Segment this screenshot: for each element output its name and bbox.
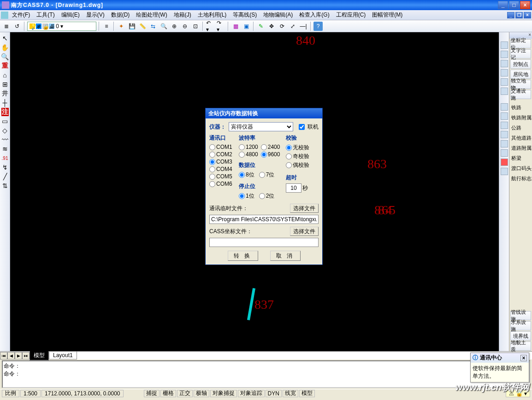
zoom-window-icon[interactable]: ⊕ <box>170 22 179 31</box>
undo-icon[interactable]: ↶ ▾ <box>206 22 215 31</box>
trim-icon[interactable]: —| <box>299 22 308 31</box>
rp-road[interactable]: 公路 <box>509 123 532 132</box>
properties-icon[interactable]: ≡ <box>102 22 111 31</box>
maximize-button[interactable]: □ <box>509 1 519 9</box>
layers-icon[interactable]: ≣ <box>2 22 11 31</box>
point-icon[interactable]: ✦ <box>117 22 126 31</box>
r-icon-8[interactable] <box>501 112 508 120</box>
menu-edit[interactable]: 编辑(E) <box>59 10 83 20</box>
arrow-icon[interactable]: ↖ <box>1 34 9 42</box>
edit1-icon[interactable]: ✎ <box>256 22 266 31</box>
radio-2400[interactable] <box>261 144 267 150</box>
rp-terrain[interactable]: 地貌土质 <box>510 341 531 351</box>
radio-9600[interactable] <box>261 152 267 158</box>
v9-icon[interactable]: ↯ <box>1 163 9 171</box>
menu-view[interactable]: 显示(V) <box>83 10 107 20</box>
toggle-osnap[interactable]: 对象捕捉 <box>210 390 237 397</box>
toggle-snap[interactable]: 捕捉 <box>144 390 160 397</box>
dialog-title[interactable]: 全站仪内存数据转换 <box>206 108 322 118</box>
rp-water[interactable]: 水系设施 <box>510 321 531 330</box>
r-icon-7[interactable] <box>501 103 508 111</box>
toggle-grid[interactable]: 栅格 <box>160 390 176 397</box>
menu-engineering[interactable]: 工程应用(C) <box>333 10 369 20</box>
rotate-icon[interactable]: ⟳ <box>278 22 287 31</box>
rp-text[interactable]: 文字注记 <box>510 49 531 59</box>
measure-icon[interactable]: 📏 <box>138 22 147 31</box>
rp-ferry[interactable]: 渡口码头 <box>509 164 532 173</box>
status-scale[interactable]: 1:500 <box>20 390 41 397</box>
zoom-realtime-icon[interactable]: 🔍 <box>159 22 168 31</box>
scale-icon[interactable]: ⤢ <box>288 22 297 31</box>
radio-com5[interactable] <box>209 174 215 180</box>
layer-prev-icon[interactable]: ↺ <box>12 22 22 31</box>
r-icon-x[interactable] <box>501 159 508 166</box>
hand-icon[interactable]: ✋ <box>1 43 9 52</box>
radio-8bit[interactable] <box>239 172 245 178</box>
radio-7bit[interactable] <box>259 172 265 178</box>
close-button[interactable]: × <box>520 1 530 9</box>
radio-com6[interactable] <box>209 181 215 187</box>
menu-check[interactable]: 检查入库(G) <box>296 10 332 20</box>
r-icon-2[interactable] <box>501 51 508 58</box>
zhu-icon[interactable]: 注 <box>1 108 9 116</box>
mdi-minimize-button[interactable]: _ <box>507 12 514 18</box>
tab-nav-prev[interactable]: ◀ <box>7 352 15 359</box>
r-icon-5[interactable] <box>501 78 508 86</box>
toggle-lwt[interactable]: 线宽 <box>283 390 298 397</box>
toggle-dyn[interactable]: DYN <box>266 390 282 397</box>
radio-com1[interactable] <box>209 144 215 150</box>
r-icon-10[interactable] <box>501 131 508 138</box>
v2-icon[interactable]: ⊞ <box>1 80 9 88</box>
v10-icon[interactable]: ╱ <box>1 172 9 181</box>
layer-combo[interactable]: 💡❄🔒🖶 0 ▾ <box>27 22 96 31</box>
tab-nav-last[interactable]: ⏭ <box>22 352 30 359</box>
menu-landuse[interactable]: 土地利用(L) <box>195 10 230 20</box>
v5-icon[interactable]: ▭ <box>1 117 9 125</box>
rp-control[interactable]: 控制点 <box>510 59 531 69</box>
rp-rail[interactable]: 铁路 <box>509 103 532 112</box>
menu-draw[interactable]: 绘图处理(W) <box>133 10 170 20</box>
radio-evenparity[interactable] <box>286 162 292 168</box>
help-icon[interactable]: ? <box>313 22 323 31</box>
r-icon-6[interactable] <box>501 88 508 95</box>
tab-model[interactable]: 模型 <box>30 351 49 360</box>
menu-sheet[interactable]: 图幅管理(M) <box>369 10 405 20</box>
radio-com4[interactable] <box>209 166 215 172</box>
r-icon-9[interactable] <box>501 122 508 129</box>
tab-layout1[interactable]: Layout1 <box>49 352 77 359</box>
toggle-model[interactable]: 模型 <box>299 390 315 397</box>
v7-icon[interactable]: 〰 <box>1 135 9 144</box>
toggle-ortho[interactable]: 正交 <box>177 390 193 397</box>
timeout-input[interactable] <box>286 183 301 193</box>
browse-coordfile-button[interactable]: 选择文件 <box>290 227 319 236</box>
zoom-extents-icon[interactable]: ⊡ <box>191 22 200 31</box>
num-icon[interactable]: .91 <box>1 154 9 162</box>
rp-otherroad[interactable]: 其他道路 <box>509 133 532 142</box>
rp-navmark[interactable]: 航行标志 <box>509 174 532 183</box>
save-icon[interactable]: 💾 <box>127 22 136 31</box>
move-icon[interactable]: ✥ <box>267 22 276 31</box>
minimize-button[interactable]: _ <box>498 1 508 9</box>
command-area[interactable]: 命令： 命令： <box>2 360 530 388</box>
menu-cadastre[interactable]: 地籍(J) <box>171 10 194 20</box>
tab-nav-next[interactable]: ▶ <box>15 352 22 359</box>
zhong-icon[interactable]: 重 <box>1 62 9 70</box>
browse-tmpfile-button[interactable]: 选择文件 <box>290 204 319 213</box>
r-icon-11[interactable] <box>501 140 508 147</box>
block-icon[interactable]: ▦ <box>231 22 240 31</box>
menu-file[interactable]: 文件(F) <box>9 10 33 20</box>
dim-icon[interactable]: ⇆ <box>148 22 158 31</box>
radio-1stop[interactable] <box>239 193 245 199</box>
instrument-select[interactable]: 宾得仪器 <box>229 122 293 131</box>
v11-icon[interactable]: ⇅ <box>1 182 9 190</box>
v4-icon[interactable]: ┼ <box>1 99 9 107</box>
radio-noparity[interactable] <box>286 145 292 151</box>
rp-railacc[interactable]: 铁路附属 <box>509 113 532 122</box>
radio-1200[interactable] <box>239 144 245 150</box>
menu-tools[interactable]: 工具(T) <box>34 10 57 20</box>
toggle-otrack[interactable]: 对象追踪 <box>238 390 265 397</box>
cancel-button[interactable]: 取 消 <box>270 251 301 261</box>
rp-bridge[interactable]: 桥梁 <box>509 153 532 163</box>
radio-com3[interactable] <box>209 159 215 165</box>
mdi-close-button[interactable]: × <box>524 12 531 18</box>
